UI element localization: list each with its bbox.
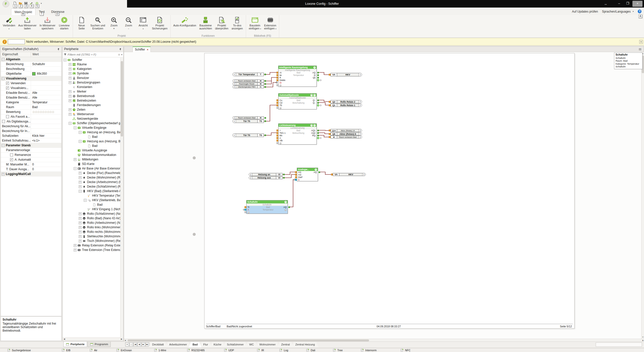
liveview-button[interactable]: Liveviewstarten bbox=[57, 16, 71, 30]
tree-expander-icon[interactable]: + bbox=[79, 212, 82, 215]
info-icon[interactable]: i bbox=[313, 124, 316, 126]
notice-collapse-icon[interactable]: ▾ bbox=[639, 40, 643, 44]
qat-customize-icon[interactable]: ▾ bbox=[41, 2, 42, 5]
connect-icon[interactable] bbox=[30, 2, 33, 5]
tree-item-rollo-links-wohnzimmer-[interactable]: +Rollo links (Wohnzimmer) bbox=[63, 225, 120, 230]
status-item-1-wire[interactable]: 1-Wire bbox=[154, 348, 166, 352]
output-box-rollo-relais-2[interactable]: Q2Rollo Relais 2i bbox=[331, 100, 362, 103]
tree-item-hkv-bad-stellantrieb-air-[interactable]: −HKV (Bad) (Stellantrieb Air) bbox=[63, 189, 120, 193]
save-to-miniserver-button[interactable]: In Miniserverspeichern bbox=[38, 16, 57, 30]
property-value-cell[interactable] bbox=[31, 153, 61, 157]
input-pin[interactable] bbox=[329, 133, 331, 135]
info-icon[interactable]: i bbox=[358, 73, 362, 76]
scrollbar-thumb[interactable] bbox=[128, 339, 369, 341]
status-item-rs232-485[interactable]: RS232/485 bbox=[187, 348, 205, 352]
block-header[interactable]: Automatikjalousie+i bbox=[278, 94, 316, 97]
output-dot[interactable] bbox=[317, 74, 319, 76]
tree-item-konstanten[interactable]: CKonstanten bbox=[63, 85, 120, 89]
block-header[interactable]: Intelligente Raumregelungi bbox=[278, 66, 316, 69]
zoom-in-button[interactable]: Zoom+ bbox=[107, 16, 121, 30]
add-output-icon[interactable]: + bbox=[317, 137, 319, 139]
search-replace-button[interactable]: Suchen undErsetzen bbox=[89, 16, 107, 30]
block-header[interactable]: Schaltuhri bbox=[247, 200, 288, 203]
tree-item-decke-schlafzimmer-rau[interactable]: +Decke (Schlafzimmer) (Rau bbox=[63, 184, 120, 189]
output-dot[interactable] bbox=[317, 100, 319, 101]
tree-item-hkv-eingang-1-nicht-[interactable]: HKV Eingang 1 (Nicht : bbox=[63, 207, 120, 211]
auto-config-button[interactable]: Auto-Konfiguration bbox=[172, 16, 198, 27]
status-item-enocean[interactable]: EnOcean bbox=[116, 348, 132, 352]
status-item-ir[interactable]: IR bbox=[257, 348, 264, 352]
page-tab-bad[interactable]: Bad bbox=[189, 342, 202, 347]
property-value-cell[interactable]: Alle bbox=[31, 91, 61, 95]
tree-item-virtuelle-ausgänge[interactable]: Virtuelle Ausgänge bbox=[63, 148, 120, 153]
function-block-analogw-[interactable]: Analogw...iAI1AQAI2DisPS bbox=[297, 168, 318, 181]
tree-item-betriebsmodi[interactable]: +Betriebsmodi bbox=[63, 94, 120, 98]
page-nav-button-5[interactable]: ▶| bbox=[145, 342, 149, 346]
tree-expander-icon[interactable]: + bbox=[74, 249, 76, 251]
input-box-tür-t5[interactable]: iTür T5T5 bbox=[232, 134, 264, 137]
tree-expander-icon[interactable]: + bbox=[74, 244, 76, 247]
scroll-down-icon[interactable]: ▼ bbox=[641, 336, 644, 339]
page-tab-wc[interactable]: WC bbox=[246, 342, 258, 347]
property-value-cell[interactable]: Alle bbox=[31, 95, 61, 100]
tree-expander-icon[interactable]: − bbox=[74, 167, 76, 170]
tree-item-bad[interactable]: Bad bbox=[63, 202, 120, 207]
input-pin[interactable] bbox=[276, 105, 278, 106]
tree-item-mitteilungen[interactable]: +LOGMitteilungen bbox=[63, 157, 120, 162]
output-box-rollo-relais-1[interactable]: Q1Rollo Relais 1i bbox=[331, 104, 362, 107]
scroll-right-icon[interactable]: ▶ bbox=[120, 338, 123, 341]
page-tab-zentral-heizung[interactable]: Zentral Heizung bbox=[292, 342, 319, 347]
tree-vertical-scrollbar[interactable] bbox=[120, 58, 123, 337]
tree-expander-icon[interactable]: + bbox=[79, 222, 82, 224]
info-icon[interactable]: i bbox=[249, 177, 252, 179]
tree-expander-icon[interactable]: + bbox=[69, 99, 71, 102]
property-value-cell[interactable] bbox=[31, 57, 61, 62]
status-item-internorm[interactable]: Internorm bbox=[361, 348, 377, 352]
info-icon[interactable]: i bbox=[358, 133, 362, 135]
info-icon[interactable]: i bbox=[358, 129, 362, 132]
info-icon[interactable]: i bbox=[358, 104, 362, 107]
tree-expander-icon[interactable]: − bbox=[74, 126, 76, 129]
output-box-aktor-relais-6[interactable]: Q6Aktor (Relais) 6i bbox=[331, 132, 362, 136]
property-value-cell[interactable] bbox=[31, 76, 61, 81]
output-dot[interactable] bbox=[283, 177, 285, 179]
tree-item-heizung-an-heizung-bad-[interactable]: −Heizung an (Heizung, Bad) bbox=[63, 130, 120, 135]
tree-expander-icon[interactable]: + bbox=[79, 176, 82, 179]
page-nav-button-1[interactable]: □ bbox=[129, 342, 133, 346]
status-item-log[interactable]: Log bbox=[279, 348, 288, 352]
input-pin[interactable] bbox=[276, 140, 278, 142]
tree-item-bad[interactable]: Bad bbox=[63, 144, 120, 148]
move-icon[interactable]: + bbox=[310, 124, 313, 126]
tree-expander-icon[interactable]: + bbox=[69, 63, 71, 66]
output-dot[interactable] bbox=[264, 80, 266, 82]
output-dot[interactable] bbox=[317, 102, 319, 104]
function-block-lichtsteuerung[interactable]: Lichtsteuerung+iLichtsteuerung+BadAQ1T5/… bbox=[278, 123, 317, 145]
input-pin-cyan[interactable] bbox=[295, 179, 297, 181]
canvas-vertical-scrollbar[interactable]: ▲ ▼ bbox=[641, 52, 644, 339]
output-box-hkv[interactable]: VAHKVi bbox=[333, 173, 366, 176]
tree-item-tree-extension-tree-extension[interactable]: +TREETree Extension (Tree Extension bbox=[63, 248, 120, 252]
checkbox[interactable]: ✓ bbox=[6, 82, 9, 85]
tree-item-wetterserver[interactable]: +Wetterserver bbox=[63, 112, 120, 116]
tree-item-stehleuchte-wohnzimme[interactable]: +Stehleuchte (Wohnzimme bbox=[63, 234, 120, 239]
property-value-cell[interactable]: 69c350 bbox=[31, 71, 61, 76]
new-page-button[interactable]: NeueSeite bbox=[74, 16, 89, 30]
tree-item-decke-wohnzimmer-rau[interactable]: +Decke (Wohnzimmer) (Rau bbox=[63, 175, 120, 180]
tree-expander-icon[interactable]: − bbox=[79, 131, 82, 134]
tree-item-rollo-arbeitszimmer-nai[interactable]: +Rollo (Arbeitszimmer) (Nai bbox=[63, 221, 120, 225]
tree-item-air-base-air-base-extension-[interactable]: −AAir Base (Air Base Extension) bbox=[63, 166, 120, 171]
tree-item-schiffer[interactable]: −Schiffer bbox=[63, 58, 120, 62]
tree-expander-icon[interactable]: + bbox=[69, 95, 71, 98]
tree-horizontal-scrollbar[interactable]: ◀ ▶ bbox=[63, 337, 123, 341]
tree-expander-icon[interactable]: + bbox=[69, 77, 71, 79]
input-pin[interactable] bbox=[276, 142, 278, 144]
tree-item-bad[interactable]: Bad bbox=[63, 135, 120, 139]
new-file-icon[interactable] bbox=[13, 2, 17, 5]
property-value-cell[interactable]: Klick hier bbox=[31, 134, 61, 138]
tree-expander-icon[interactable]: + bbox=[69, 113, 71, 116]
add-output-icon[interactable]: + bbox=[317, 79, 319, 81]
todos-button[interactable]: To-dosanzeigen bbox=[230, 16, 245, 30]
tree-item-schiffer-objektspeicherbedarf-ges[interactable]: −Schiffer (Objektspeicherbedarf ges bbox=[63, 121, 120, 125]
output-dot[interactable] bbox=[283, 174, 285, 175]
check-updates-link[interactable]: Auf Updates prüfen bbox=[572, 10, 598, 13]
